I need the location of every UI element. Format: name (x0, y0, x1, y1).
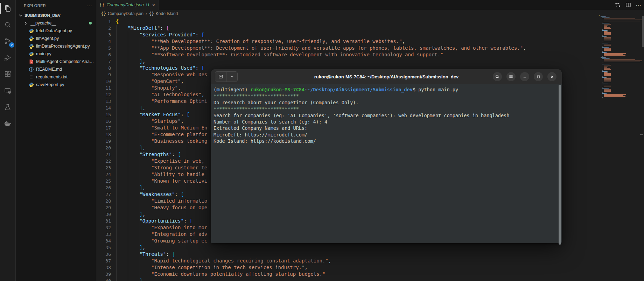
line-number: 14 (96, 105, 111, 111)
tab-bar: {} CompanyData.json U × ⋯ (96, 0, 644, 10)
file-list: __pycache__fetchDataAgent.pyllmAgent.pyl… (16, 19, 96, 89)
explorer-more-actions-icon[interactable]: ··· (86, 3, 92, 8)
explorer-sidebar: EXPLORER ··· SUBMISSION_DEV __pycache__f… (16, 0, 96, 281)
file-item-llmagent-py[interactable]: llmAgent.py (16, 35, 96, 42)
terminal-scrollbar[interactable] (559, 85, 561, 245)
line-number: 23 (96, 164, 111, 171)
extensions-icon[interactable] (0, 66, 15, 82)
line-number: 30 (96, 211, 111, 218)
file-label: README.md (36, 67, 62, 72)
new-tab-icon[interactable] (215, 72, 226, 82)
open-changes-icon[interactable] (615, 2, 621, 8)
terminal-titlebar[interactable]: rukon@rukon-MS-7C84: ~/Desktop/AiAssignm… (211, 69, 562, 84)
terminal-line-6: Number of Companies to search (eg: 4): 4 (214, 119, 557, 125)
file-item-requirements-txt[interactable]: requirements.txt (16, 73, 96, 81)
tab-close-icon[interactable]: × (152, 2, 155, 8)
line-number: 3 (96, 31, 111, 38)
terminal-line-8: MicroDeft: https://microdeft.com/ (214, 132, 557, 138)
terminal-line-1: (multiAgent) rukon@rukon-MS-7C84:~/Deskt… (214, 86, 557, 93)
tab-companydata-json[interactable]: {} CompanyData.json U × (96, 0, 159, 10)
folder-item--pycache-[interactable]: __pycache__ (16, 19, 96, 27)
terminal-line-5: Search for companies (eg: 'AI Companies'… (214, 112, 557, 119)
line-number: 4 (96, 38, 111, 45)
code-line-39: 39 "Economic downturns potentially affec… (96, 271, 644, 278)
json-file-icon: {} (99, 2, 104, 7)
line-number: 8 (96, 65, 111, 71)
close-icon[interactable] (547, 72, 556, 81)
menu-hamburger-icon[interactable] (506, 72, 516, 81)
chevron-right-icon (23, 20, 28, 26)
maximize-icon[interactable] (534, 72, 543, 81)
line-number: 9 (96, 71, 111, 78)
line-number: 38 (96, 264, 111, 271)
python-icon (28, 51, 34, 57)
file-label: requirements.txt (36, 75, 68, 79)
line-number: 10 (96, 78, 111, 85)
code-line-3: 3 "Services Provided": [ (96, 31, 644, 38)
file-label: fetchDataAgent.py (36, 28, 72, 33)
activity-bar: 7 (0, 0, 16, 281)
code-line-7: 7 ], (96, 58, 644, 65)
remote-explorer-icon[interactable] (0, 82, 15, 99)
line-number: 15 (96, 111, 111, 118)
split-editor-icon[interactable] (625, 2, 631, 8)
terminal-output[interactable]: (multiAgent) rukon@rukon-MS-7C84:~/Deskt… (211, 84, 562, 245)
line-number: 33 (96, 231, 111, 238)
explorer-icon[interactable] (0, 0, 15, 16)
line-number: 25 (96, 178, 111, 184)
line-number: 24 (96, 171, 111, 178)
terminal-line-7: Extracted Company Names and URLs: (214, 125, 557, 131)
line-number: 17 (96, 125, 111, 131)
editor-more-actions-icon[interactable]: ⋯ (636, 2, 641, 8)
object-symbol-icon: {} (149, 11, 154, 16)
chevron-down-icon (18, 13, 23, 18)
source-control-icon[interactable]: 7 (0, 33, 15, 49)
code-line-2: 2 "MicroDeft": { (96, 25, 644, 31)
line-number: 34 (96, 238, 111, 244)
editor-scrollbar[interactable] (642, 16, 644, 47)
code-line-38: 38 "Intense competition in the tech serv… (96, 264, 644, 271)
line-number: 37 (96, 258, 111, 264)
breadcrumb-file[interactable]: CompanyData.json (108, 11, 144, 16)
line-number: 26 (96, 184, 111, 191)
info-icon (28, 66, 34, 72)
terminal-line-2: ****************************** (214, 93, 557, 99)
file-label: main.py (36, 51, 51, 56)
line-number: 16 (96, 118, 111, 125)
file-item-multi-agent-competitor-analy-[interactable]: Multi-Agent Competitor Analy… (16, 58, 96, 65)
tabs-dropdown-chevron-icon[interactable] (226, 72, 237, 82)
file-item-llmdataprocessingagent-py[interactable]: llmDataProcessingAgent.py (16, 42, 96, 50)
breadcrumb-symbol[interactable]: Kode Island (156, 11, 178, 16)
sidebar-section-submission-dev[interactable]: SUBMISSION_DEV (16, 11, 96, 19)
docker-icon[interactable] (0, 115, 15, 132)
file-label: saveReport.py (36, 82, 64, 87)
file-label: llmAgent.py (36, 36, 59, 41)
line-number: 39 (96, 271, 111, 278)
file-item-readme-md[interactable]: README.md (16, 65, 96, 73)
code-line-1: 1{ (96, 18, 644, 25)
breadcrumb: {} CompanyData.json › {} Kode Island (96, 10, 644, 17)
explorer-title: EXPLORER (24, 3, 46, 8)
search-icon[interactable] (0, 16, 15, 33)
code-line-4: 4 "**Web Development**: Creation of resp… (96, 38, 644, 45)
terminal-line-9: Kode Island: https://kodeisland.com/ (214, 138, 557, 144)
testing-icon[interactable] (0, 99, 15, 115)
file-item-fetchdataagent-py[interactable]: fetchDataAgent.py (16, 27, 96, 35)
file-label: __pycache__ (30, 21, 56, 26)
line-number: 20 (96, 145, 111, 151)
run-and-debug-icon[interactable] (0, 49, 15, 66)
tab-git-status: U (146, 3, 149, 7)
python-icon (28, 28, 34, 34)
minimap[interactable] (599, 15, 642, 100)
minimize-icon[interactable] (520, 72, 529, 81)
line-number: 18 (96, 131, 111, 138)
line-number: 19 (96, 138, 111, 145)
file-item-main-py[interactable]: main.py (16, 50, 96, 58)
terminal-line-3: Do research about your competitor (Compa… (214, 99, 557, 106)
file-label: Multi-Agent Competitor Analy… (36, 59, 95, 64)
terminal-search-icon[interactable] (493, 72, 502, 81)
code-line-6: 6 "**Software Development**: Customized … (96, 51, 644, 58)
code-line-5: 5 "**App Development**: Development of u… (96, 45, 644, 51)
list-icon (28, 74, 34, 80)
file-item-savereport-py[interactable]: saveReport.py (16, 81, 96, 89)
